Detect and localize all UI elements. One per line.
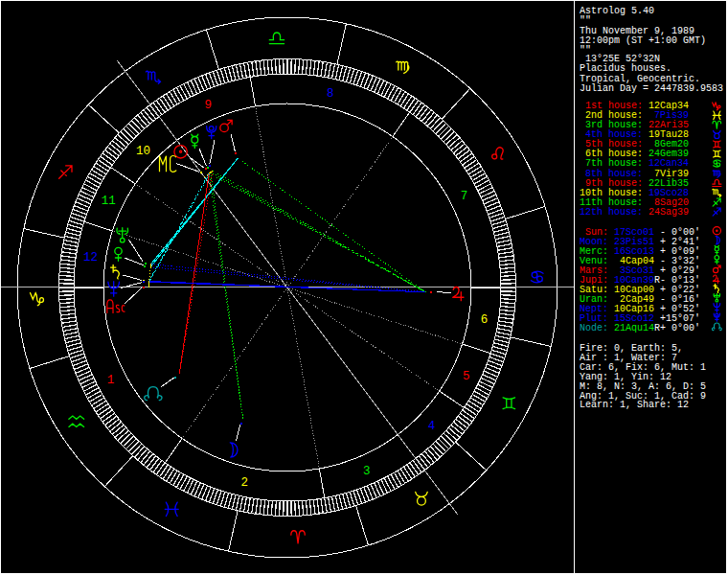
svg-text:8: 8: [327, 87, 334, 101]
svg-text:6: 6: [481, 313, 489, 327]
svg-text:2: 2: [240, 476, 248, 490]
svg-text:3: 3: [363, 465, 371, 478]
svg-text:12: 12: [83, 251, 98, 264]
svg-text:5: 5: [463, 370, 470, 383]
svg-text:7: 7: [461, 190, 468, 203]
svg-text:1: 1: [107, 374, 115, 387]
svg-text:10: 10: [136, 145, 150, 158]
svg-text:11: 11: [102, 195, 116, 208]
svg-text:9: 9: [204, 99, 212, 112]
svg-text:4: 4: [428, 420, 436, 433]
